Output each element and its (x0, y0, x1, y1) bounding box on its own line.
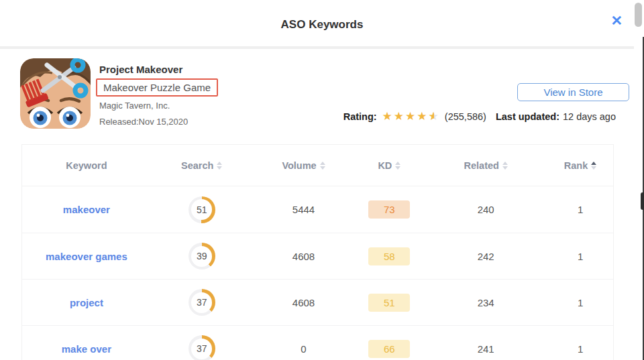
kd-badge: 73 (368, 200, 410, 219)
column-header-volume[interactable]: Volume (253, 160, 355, 171)
modal-header: ASO Keywords ✕ (0, 0, 644, 46)
star-icon: ★★ (429, 111, 440, 122)
star-icon: ★ (394, 111, 405, 122)
page-title: ASO Keywords (0, 0, 644, 32)
view-in-store-button[interactable]: View in Store (517, 83, 629, 101)
search-score-ring: 37 (189, 335, 215, 360)
sort-icon[interactable] (395, 162, 400, 170)
volume-value: 0 (253, 343, 355, 355)
table-body: makeover 51 5444 73 240 1 makeover games… (22, 186, 613, 360)
rating-label: Rating: (343, 111, 377, 122)
header-divider (0, 46, 634, 49)
search-score-ring: 51 (189, 196, 215, 223)
column-label: Keyword (66, 160, 107, 171)
last-updated-value: 12 days ago (563, 111, 616, 122)
related-value: 240 (424, 204, 547, 215)
star-icon: ★ (382, 111, 394, 122)
search-score-value: 39 (191, 246, 212, 267)
app-subtitle-highlight: Makeover Puzzle Game (96, 78, 218, 97)
related-value: 241 (424, 343, 547, 355)
column-label: Related (464, 160, 499, 171)
rank-value: 1 (547, 251, 613, 262)
kd-badge: 58 (368, 247, 410, 265)
star-half-fill: ★ (429, 111, 435, 122)
column-header-keyword: Keyword (22, 160, 151, 171)
rating-row: Rating: ★★★★★★ (255,586) Last updated: 1… (343, 111, 616, 122)
star-icon: ★ (417, 111, 428, 122)
last-updated-label: Last updated: (496, 111, 559, 122)
volume-value: 4608 (253, 251, 355, 262)
table-row: make over 37 0 66 241 1 (22, 325, 613, 360)
search-score-value: 37 (191, 292, 212, 313)
page-edge-notch (641, 192, 644, 210)
app-release-date: Released:Nov 15,2020 (99, 117, 218, 127)
star-icon: ★ (405, 111, 417, 122)
related-value: 242 (424, 251, 547, 262)
app-developer: Magic Tavern, Inc. (99, 101, 218, 111)
app-name: Project Makeover (99, 64, 218, 75)
column-label: Search (181, 160, 213, 171)
kd-badge: 66 (368, 340, 410, 358)
search-score-value: 37 (191, 339, 212, 359)
sort-icon[interactable] (217, 162, 222, 170)
search-score-ring: 39 (189, 243, 215, 269)
column-header-related[interactable]: Related (424, 160, 547, 171)
kd-badge: 51 (368, 294, 410, 312)
volume-value: 5444 (253, 204, 355, 215)
search-score-value: 51 (191, 199, 212, 220)
rank-value: 1 (547, 343, 613, 355)
close-icon[interactable]: ✕ (610, 13, 623, 27)
sort-icon[interactable] (502, 162, 508, 170)
keyword-link[interactable]: makeover games (46, 251, 127, 262)
related-value: 234 (424, 297, 547, 308)
table-row: project 37 4608 51 234 1 (22, 279, 613, 325)
keyword-link[interactable]: make over (62, 343, 111, 355)
app-info-section: Project Makeover Makeover Puzzle Game Ma… (0, 46, 644, 129)
keyword-link[interactable]: makeover (63, 204, 110, 215)
column-label: Rank (564, 160, 588, 171)
scrollbar-thumb[interactable] (635, 3, 642, 27)
column-label: KD (378, 160, 392, 171)
column-header-rank[interactable]: Rank (547, 160, 613, 171)
table-header-row: Keyword Search Volume KD Related Rank (22, 145, 613, 186)
table-row: makeover 51 5444 73 240 1 (22, 186, 613, 233)
keyword-link[interactable]: project (70, 297, 103, 308)
rating-stars: ★★★★★★ (382, 111, 440, 122)
column-label: Volume (282, 160, 316, 171)
rank-value: 1 (547, 204, 613, 215)
table-row: makeover games 39 4608 58 242 1 (22, 233, 613, 279)
sort-icon[interactable] (320, 162, 325, 170)
rank-value: 1 (547, 297, 613, 308)
column-header-search[interactable]: Search (151, 160, 253, 171)
keyword-table: Keyword Search Volume KD Related Rank ma… (21, 144, 614, 360)
app-icon (20, 58, 91, 129)
column-header-kd[interactable]: KD (354, 160, 424, 171)
sort-icon[interactable] (591, 162, 596, 170)
volume-value: 4608 (253, 297, 355, 308)
rating-count: (255,586) (445, 111, 486, 122)
search-score-ring: 37 (189, 289, 215, 316)
